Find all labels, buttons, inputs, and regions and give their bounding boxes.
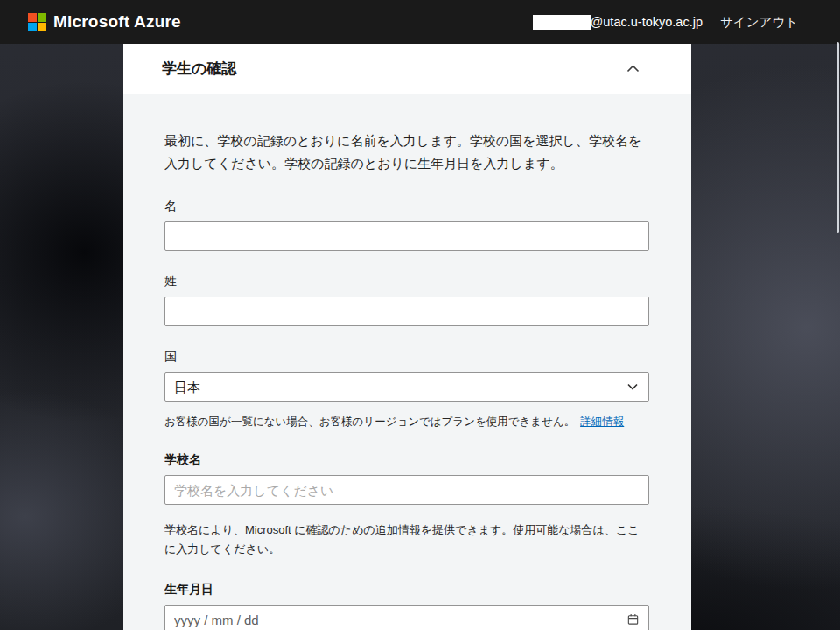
calendar-icon[interactable] [625, 612, 641, 628]
country-label: 国 [164, 349, 649, 365]
first-name-input[interactable] [164, 221, 649, 251]
microsoft-logo-icon [28, 13, 46, 32]
collapse-button[interactable] [623, 61, 643, 76]
panel-title: 学生の確認 [162, 59, 623, 79]
scrollbar-thumb[interactable] [836, 42, 839, 233]
account-email: @utac.u-tokyo.ac.jp [591, 15, 703, 29]
panel-body: 最初に、学校の記録のとおりに名前を入力します。学校の国を選択し、学校名を入力して… [123, 94, 691, 630]
brand: Microsoft Azure [28, 12, 181, 32]
country-select[interactable]: 日本 [164, 372, 649, 402]
school-name-input[interactable] [164, 475, 649, 505]
brand-title: Microsoft Azure [53, 12, 181, 32]
student-verification-panel: 学生の確認 最初に、学校の記録のとおりに名前を入力します。学校の国を選択し、学校… [123, 44, 691, 630]
learn-more-link[interactable]: 詳細情報 [580, 416, 624, 428]
birthdate-field-group: 生年月日 [164, 582, 649, 630]
account-area: @utac.u-tokyo.ac.jp サインアウト [533, 14, 798, 31]
school-note: 学校名により、Microsoft に確認のための追加情報を提供できます。使用可能… [164, 521, 649, 559]
first-name-label: 名 [164, 199, 649, 214]
signout-button[interactable]: サインアウト [720, 14, 798, 31]
last-name-label: 姓 [164, 274, 649, 290]
country-field-group: 国 日本 お客様の国が一覧にない場合、お客様のリージョンではプランを使用できませ… [164, 349, 649, 430]
birthdate-label: 生年月日 [164, 582, 649, 598]
redacted-username [533, 15, 591, 30]
last-name-input[interactable] [164, 297, 649, 326]
panel-header: 学生の確認 [123, 44, 691, 94]
school-name-label: 学校名 [164, 452, 649, 468]
top-bar: Microsoft Azure @utac.u-tokyo.ac.jp サインア… [0, 0, 840, 44]
intro-text: 最初に、学校の記録のとおりに名前を入力します。学校の国を選択し、学校名を入力して… [164, 130, 649, 175]
chevron-up-icon [626, 65, 640, 73]
first-name-field-group: 名 [164, 199, 649, 251]
school-field-group: 学校名 学校名により、Microsoft に確認のための追加情報を提供できます。… [164, 452, 649, 559]
last-name-field-group: 姓 [164, 274, 649, 326]
birthdate-input[interactable] [164, 605, 649, 630]
country-note: お客様の国が一覧にない場合、お客様のリージョンではプランを使用できません。詳細情… [164, 414, 649, 430]
